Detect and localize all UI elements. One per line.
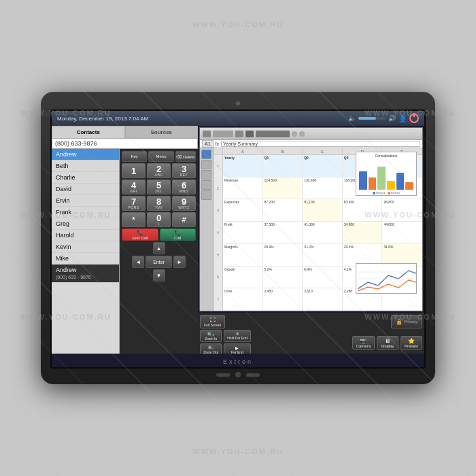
nav-up-button[interactable]: ▲	[153, 242, 165, 254]
display-button[interactable]: 🖥 Display	[377, 336, 398, 350]
presets-button[interactable]: ⭐ Presets	[401, 336, 422, 350]
key-button[interactable]: Key	[122, 151, 147, 162]
ctrl-row-2: 🔍+ Zoom In 🔍- Zoom Out ⏸	[200, 330, 422, 354]
physical-buttons	[216, 372, 260, 377]
spreadsheet-area[interactable]: A1 fx Yearly Summary	[199, 127, 423, 311]
full-screen-button[interactable]: ⛶ Full Screen	[200, 315, 225, 328]
hold-far-end-button[interactable]: ⏸ Hold Far End	[224, 330, 250, 342]
dialpad-controls: Key Menu ⌫ Delete	[122, 151, 196, 162]
ss-icon-2	[213, 131, 233, 137]
key-7[interactable]: 7PQRS	[122, 196, 146, 211]
phys-btn-2[interactable]	[246, 373, 260, 377]
presets-label: Presets	[405, 344, 418, 348]
formula-bar[interactable]: A1 fx Yearly Summary	[200, 140, 422, 148]
chart-container: Consolidations	[356, 152, 417, 196]
nav-right-button[interactable]: ►	[173, 256, 186, 268]
contact-andrew-bottom[interactable]: Andrew(800) 633 - 9876	[52, 265, 119, 283]
contact-frank[interactable]: Frank	[52, 207, 119, 218]
full-screen-icon: ⛶	[210, 317, 216, 323]
display-label: Display	[381, 344, 394, 348]
ss-nav-3[interactable]	[201, 170, 211, 180]
hold-far-end-label: Hold Far End	[227, 336, 247, 340]
call-buttons: 📞 End Call 📞 Call	[122, 228, 196, 241]
tabs-row: Contacts Sources	[52, 126, 198, 138]
key-8[interactable]: 8TUV	[147, 196, 171, 211]
zoom-out-icon: 🔍-	[208, 345, 214, 350]
nav-down-button[interactable]: ▼	[153, 269, 165, 282]
menu-button[interactable]: Menu	[148, 151, 173, 162]
nav-left-button[interactable]: ◄	[132, 256, 144, 268]
line-chart-svg	[358, 265, 416, 292]
contact-ervin[interactable]: Ervin	[52, 195, 119, 207]
camera-button[interactable]: 📷 Camera	[352, 336, 375, 350]
key-5[interactable]: 5JKL	[147, 180, 171, 194]
chart-title: Consolidations	[358, 154, 415, 158]
status-date: Monday, December 19, 2013 7:04 AM	[57, 116, 344, 122]
ss-nav-5[interactable]	[201, 190, 211, 200]
chart-bars	[358, 159, 415, 190]
ss-nav-2[interactable]	[201, 160, 211, 169]
phys-btn-1[interactable]	[216, 373, 230, 377]
key-star[interactable]: *	[122, 212, 146, 227]
ss-row-3: 3 Expenses 87,200 91,100 83,400 96,800	[214, 199, 422, 222]
key-4[interactable]: 4GHI	[122, 180, 146, 194]
status-bar: Monday, December 19, 2013 7:04 AM 🔈 🔊 👤	[52, 111, 424, 126]
zoom-out-label: Zoom Out	[203, 350, 218, 354]
presets-icon: ⭐	[408, 338, 415, 344]
zoom-in-col: 🔍+ Zoom In 🔍- Zoom Out	[200, 330, 222, 354]
left-panel: Contacts Sources (800) 633-9876 Andrew B…	[52, 126, 198, 354]
phys-btn-home[interactable]	[235, 372, 241, 377]
key-1[interactable]: 1	[122, 163, 146, 178]
far-end-button[interactable]: ▶ Far End	[224, 343, 250, 354]
ss-toolbar	[200, 128, 422, 140]
key-2[interactable]: 2ABC	[147, 163, 171, 178]
zoom-out-button[interactable]: 🔍- Zoom Out	[200, 343, 222, 354]
touchscreen-device: Monday, December 19, 2013 7:04 AM 🔈 🔊 👤	[41, 92, 435, 384]
nav-row-up: ▲	[153, 242, 165, 254]
legend-text-2: Series2	[391, 191, 401, 194]
content-split: Andrew Beth Charlie David Ervin Frank Gr…	[52, 149, 198, 354]
ss-icon-7	[299, 131, 305, 137]
contact-kevin[interactable]: Kevin	[52, 241, 119, 253]
tab-sources[interactable]: Sources	[125, 126, 199, 138]
key-3[interactable]: 3DEF	[172, 163, 196, 178]
camera-icon: 📷	[360, 338, 367, 344]
key-hash[interactable]: #	[172, 212, 196, 227]
hold-far-end-col: ⏸ Hold Far End ▶ Far End	[224, 330, 250, 354]
watermark-bottom: WWW.YOU-COM.RU	[192, 447, 284, 456]
ss-nav-1[interactable]	[201, 150, 211, 159]
call-button[interactable]: 📞 Call	[160, 228, 197, 241]
col-a: A	[223, 148, 263, 154]
contact-mike[interactable]: Mike	[52, 253, 119, 265]
key-6[interactable]: 6MNO	[172, 180, 196, 194]
tab-contacts[interactable]: Contacts	[52, 126, 125, 138]
legend-dot-1	[373, 192, 375, 194]
enter-button[interactable]: Enter	[146, 256, 172, 268]
nav-row-down: ▼	[153, 269, 165, 282]
power-icon[interactable]	[409, 114, 419, 123]
ss-nav-4[interactable]	[201, 180, 211, 190]
contact-david[interactable]: David	[52, 184, 119, 195]
delete-button[interactable]: ⌫ Delete	[175, 151, 196, 162]
privacy-button[interactable]: 🔒 Privacy	[391, 315, 422, 328]
phone-number: (800) 633-9876	[55, 140, 194, 147]
volume-fill	[358, 117, 376, 120]
number-grid: 1 2ABC 3DEF 4GHI 5JKL 6MNO 7PQRS 8TUV 9W…	[122, 163, 196, 227]
nav-row-middle: ◄ Enter ►	[132, 256, 186, 268]
far-end-icon: ▶	[235, 345, 239, 350]
contact-beth[interactable]: Beth	[52, 160, 119, 172]
contact-andrew-selected[interactable]: Andrew	[52, 149, 119, 160]
volume-up-icon: 🔊	[388, 115, 396, 122]
zoom-in-label: Zoom In	[205, 337, 217, 341]
zoom-in-button[interactable]: 🔍+ Zoom In	[200, 330, 222, 342]
volume-bar[interactable]	[358, 117, 386, 120]
dialpad-area: Key Menu ⌫ Delete 1 2ABC 3DEF 4GHI 5JKL	[120, 149, 198, 354]
contact-greg[interactable]: Greg	[52, 218, 119, 230]
person-icon: 👤	[398, 115, 407, 122]
key-0[interactable]: 0+	[147, 212, 171, 227]
key-9[interactable]: 9WXYZ	[172, 196, 196, 211]
end-call-button[interactable]: 📞 End Call	[122, 228, 158, 241]
contacts-list: Andrew Beth Charlie David Ervin Frank Gr…	[52, 149, 120, 354]
contact-charlie[interactable]: Charlie	[52, 172, 119, 184]
contact-harold[interactable]: Harold	[52, 230, 119, 241]
